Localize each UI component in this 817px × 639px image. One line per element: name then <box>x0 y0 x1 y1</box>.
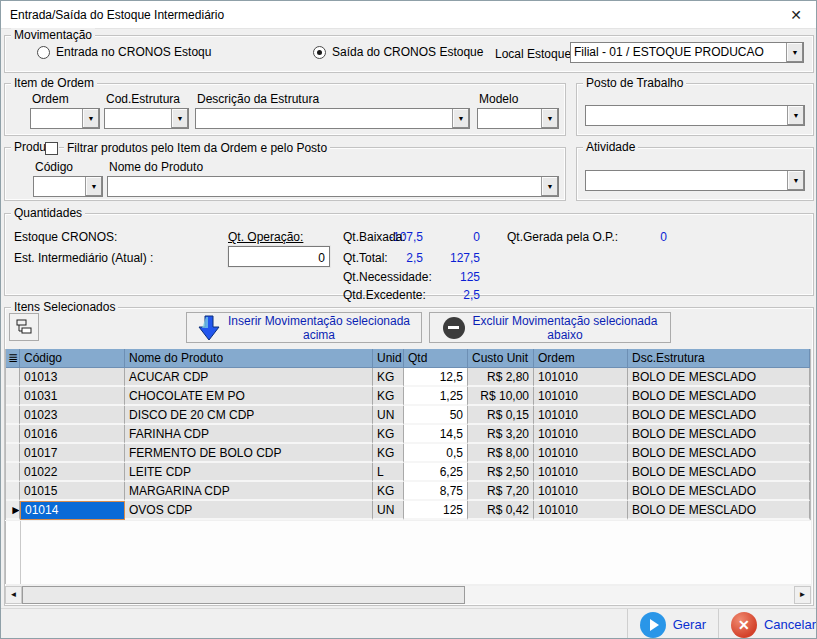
col-custo[interactable]: Custo Unit <box>468 349 534 368</box>
col-ordem[interactable]: Ordem <box>534 349 628 368</box>
table-row-selected[interactable]: ► 01014 OVOS CDP UN 125 R$ 0,42 101010 B… <box>6 501 810 520</box>
descricao-estrutura-label: Descrição da Estrutura <box>197 92 319 106</box>
qtd-cell[interactable]: 14,5 <box>404 425 468 444</box>
ordem-label: Ordem <box>32 92 69 106</box>
col-nome[interactable]: Nome do Produto <box>125 349 373 368</box>
excluir-movimentacao-button[interactable]: Excluir Movimentação selecionadaabaixo <box>429 312 671 343</box>
table-row[interactable]: 01016 FARINHA CDP KG 14,5 R$ 3,20 101010… <box>6 425 810 444</box>
qtd-cell[interactable]: 12,5 <box>404 368 468 387</box>
chevron-down-icon[interactable]: ▼ <box>541 177 558 196</box>
group-quantidades-label: Quantidades <box>11 206 85 220</box>
items-table: ≣ Código Nome do Produto Unid Qtd Custo … <box>5 349 811 520</box>
chevron-down-icon[interactable]: ▼ <box>452 109 469 128</box>
local-estoque-value: Filial - 01 / ESTOQUE PRODUCAO <box>571 43 786 62</box>
col-unid[interactable]: Unid <box>373 349 404 368</box>
qtd-cell[interactable]: 125 <box>404 501 468 520</box>
qt-total-label: Qt.Total: <box>343 251 388 265</box>
red-x-circle-icon: ✕ <box>731 612 757 638</box>
close-icon[interactable]: ✕ <box>776 7 816 23</box>
group-item-de-ordem-label: Item de Ordem <box>11 76 97 90</box>
group-item-de-ordem: Item de Ordem Ordem ▼ Cod.Estrutura ▼ De… <box>4 83 566 136</box>
group-atividade: Atividade ▼ <box>576 147 814 201</box>
dialog-window: Entrada/Saída do Estoque Intermediário ✕… <box>0 0 817 639</box>
footer-bar: Gerar ✕ Cancelar <box>1 608 817 639</box>
table-row[interactable]: 01022 LEITE CDP L 6,25 R$ 2,50 101010 BO… <box>6 463 810 482</box>
table-row[interactable]: 01023 DISCO DE 20 CM CDP UN 50 R$ 0,15 1… <box>6 406 810 425</box>
est-intermediario-label: Est. Intermediário (Atual) : <box>14 251 153 265</box>
filtro-checkbox-label: Filtrar produtos pelo Item da Ordem e pe… <box>64 141 330 155</box>
qt-operacao-input[interactable] <box>228 246 330 267</box>
chevron-down-icon[interactable]: ▼ <box>85 177 102 196</box>
local-estoque-label: Local Estoque: <box>495 47 574 61</box>
qt-total-value: 127,5 <box>405 251 480 265</box>
estoque-cronos-label: Estoque CRONOS: <box>14 230 117 244</box>
col-codigo[interactable]: Código <box>20 349 125 368</box>
col-dsc[interactable]: Dsc.Estrutura <box>628 349 810 368</box>
group-quantidades: Quantidades Estoque CRONOS: -107,5 Est. … <box>4 213 814 296</box>
horizontal-scrollbar[interactable]: ◄ ► <box>5 586 811 604</box>
chevron-down-icon[interactable]: ▼ <box>787 106 804 125</box>
col-qtd[interactable]: Qtd <box>404 349 468 368</box>
produto-codigo-combo[interactable]: ▼ <box>33 176 103 197</box>
qt-gerada-label: Qt.Gerada pela O.P.: <box>507 230 618 244</box>
qt-necessidade-value: 125 <box>405 270 480 284</box>
cod-estrutura-label: Cod.Estrutura <box>106 92 180 106</box>
table-row[interactable]: 01017 FERMENTO DE BOLO CDP KG 0,5 R$ 8,0… <box>6 444 810 463</box>
table-row[interactable]: 01031 CHOCOLATE EM PO KG 1,25 R$ 10,00 1… <box>6 387 810 406</box>
inserir-movimentacao-button[interactable]: Inserir Movimentação selecionadaacima <box>186 312 422 343</box>
radio-entrada-icon <box>37 46 50 59</box>
scroll-right-icon[interactable]: ► <box>794 586 811 604</box>
group-posto-trabalho: Posto de Trabalho ▼ <box>576 83 814 136</box>
blue-down-arrow-icon <box>198 315 220 341</box>
qtd-cell[interactable]: 0,5 <box>404 444 468 463</box>
qt-baixada-value: 0 <box>405 230 480 244</box>
table-empty-area <box>5 521 811 584</box>
gerar-label: Gerar <box>673 617 706 632</box>
qtd-cell[interactable]: 6,25 <box>404 463 468 482</box>
local-estoque-combo[interactable]: Filial - 01 / ESTOQUE PRODUCAO ▼ <box>570 42 804 63</box>
minus-circle-icon <box>443 317 465 339</box>
modelo-combo[interactable]: ▼ <box>477 108 559 129</box>
qtd-cell[interactable]: 8,75 <box>404 482 468 501</box>
chevron-down-icon[interactable]: ▼ <box>787 171 804 190</box>
chevron-down-icon[interactable]: ▼ <box>82 109 99 128</box>
ordem-combo[interactable]: ▼ <box>30 108 100 129</box>
descricao-estrutura-combo[interactable]: ▼ <box>195 108 470 129</box>
qtd-cell[interactable]: 50 <box>404 406 468 425</box>
chevron-down-icon[interactable]: ▼ <box>171 109 188 128</box>
produto-nome-combo[interactable]: ▼ <box>107 176 559 197</box>
modelo-label: Modelo <box>479 92 518 106</box>
cod-estrutura-combo[interactable]: ▼ <box>104 108 189 129</box>
chevron-down-icon[interactable]: ▼ <box>541 109 558 128</box>
hierarchy-icon <box>15 319 33 335</box>
radio-saida-icon <box>313 46 326 59</box>
row-selector-header-icon: ≣ <box>6 349 20 368</box>
group-movimentacao: Movimentação Entrada no CRONOS Estoqu Sa… <box>4 35 814 73</box>
scrollbar-thumb[interactable] <box>22 586 465 604</box>
qt-baixada-label: Qt.Baixada: <box>343 230 406 244</box>
posto-trabalho-combo[interactable]: ▼ <box>585 105 805 126</box>
table-row[interactable]: 01013 ACUCAR CDP KG 12,5 R$ 2,80 101010 … <box>6 368 810 387</box>
qtd-cell[interactable]: 1,25 <box>404 387 468 406</box>
qt-gerada-value: 0 <box>605 230 667 244</box>
cancelar-label: Cancelar <box>764 617 816 632</box>
gerar-button[interactable]: Gerar <box>628 609 718 639</box>
play-circle-icon <box>640 612 666 638</box>
table-header-row: ≣ Código Nome do Produto Unid Qtd Custo … <box>6 349 810 368</box>
radio-saida[interactable]: Saída do CRONOS Estoque <box>313 45 483 59</box>
table-row[interactable]: 01015 MARGARINA CDP KG 8,75 R$ 7,20 1010… <box>6 482 810 501</box>
qt-operacao-label: Qt. Operação: <box>228 230 303 244</box>
group-movimentacao-label: Movimentação <box>11 28 95 42</box>
filtro-checkbox[interactable] <box>45 142 58 155</box>
group-produto: Produto Filtrar produtos pelo Item da Or… <box>4 147 566 201</box>
title-bar: Entrada/Saída do Estoque Intermediário ✕ <box>1 1 816 29</box>
selected-cell[interactable]: 01014 <box>20 501 125 520</box>
group-posto-trabalho-label: Posto de Trabalho <box>583 76 686 90</box>
tree-view-button[interactable] <box>9 313 39 341</box>
chevron-down-icon[interactable]: ▼ <box>786 43 803 62</box>
radio-entrada[interactable]: Entrada no CRONOS Estoqu <box>37 45 211 59</box>
cancelar-button[interactable]: ✕ Cancelar <box>719 609 817 639</box>
scroll-left-icon[interactable]: ◄ <box>5 586 22 604</box>
scrollbar-track[interactable] <box>465 586 794 604</box>
atividade-combo[interactable]: ▼ <box>585 170 805 191</box>
